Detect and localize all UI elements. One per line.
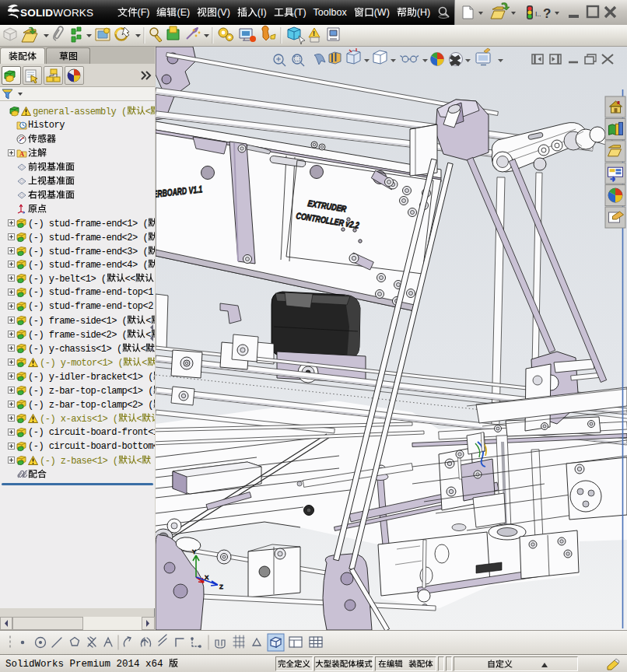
svg-text:!: ! bbox=[313, 30, 315, 37]
svg-text:Y: Y bbox=[192, 548, 197, 555]
svg-text:?: ? bbox=[543, 6, 551, 21]
svg-text:I..: I.. bbox=[535, 10, 541, 18]
svg-text:X: X bbox=[205, 574, 209, 581]
svg-text:SOLIDWORKS: SOLIDWORKS bbox=[20, 7, 93, 19]
svg-text:Z: Z bbox=[219, 583, 223, 590]
svg-text:A: A bbox=[19, 150, 25, 158]
